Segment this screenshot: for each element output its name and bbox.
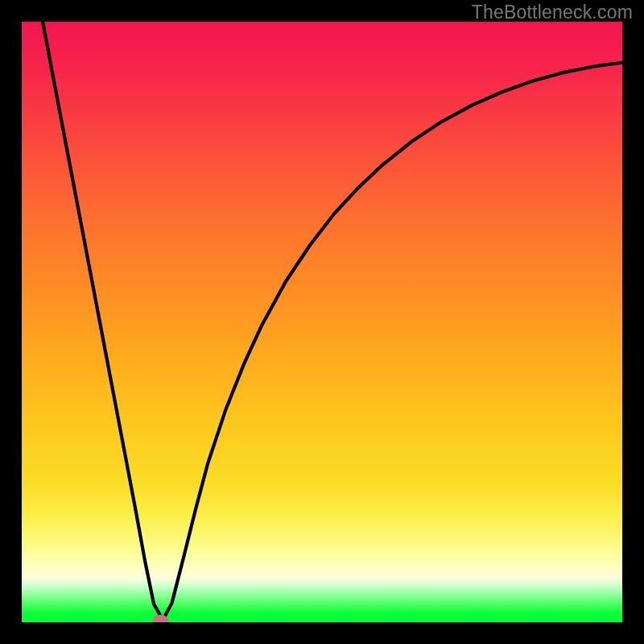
curve-svg [22,22,622,622]
plot-area [22,22,622,622]
bottleneck-curve [43,22,622,620]
watermark-text: TheBottleneck.com [472,2,633,23]
chart-frame: TheBottleneck.com [0,0,644,644]
